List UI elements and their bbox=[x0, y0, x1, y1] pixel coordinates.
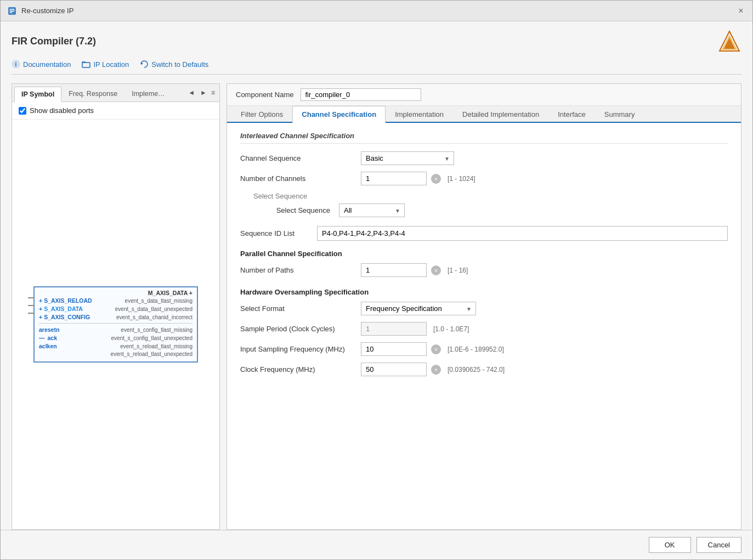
app-title: FIR Compiler (7.2) bbox=[12, 36, 96, 47]
port-event-aclken: event_s_reload_tlast_missing bbox=[120, 343, 193, 349]
channel-sequence-label: Channel Sequence bbox=[240, 154, 361, 162]
input-sampling-freq-row: Input Sampling Frequency (MHz) × [1.0E-6… bbox=[240, 342, 728, 356]
side-handles bbox=[28, 297, 35, 314]
clock-freq-input[interactable] bbox=[361, 363, 427, 376]
tab-detailed-implementation[interactable]: Detailed Implementation bbox=[453, 106, 548, 123]
num-paths-row: Number of Paths × [1 - 16] bbox=[240, 263, 728, 277]
m-axis-data-label: M_AXIS_DATA + bbox=[148, 290, 193, 296]
port-event-data: event_s_data_tlast_unexpected bbox=[115, 306, 193, 312]
port-row-ack: — ack event_s_config_tlast_unexpected bbox=[39, 335, 193, 341]
refresh-icon bbox=[140, 60, 149, 69]
sequence-id-input[interactable] bbox=[317, 226, 728, 241]
sample-period-input bbox=[361, 322, 427, 336]
input-sampling-freq-clear-button[interactable]: × bbox=[431, 344, 441, 354]
num-channels-label: Number of Channels bbox=[240, 174, 361, 183]
select-sequence-row: Select Sequence All Custom bbox=[253, 203, 728, 217]
ip-symbol-area: M_AXIS_DATA + + S_AXIS_RELOAD event_s_da bbox=[12, 120, 219, 529]
component-name-label: Component Name bbox=[236, 90, 294, 99]
cancel-button[interactable]: Cancel bbox=[697, 537, 741, 553]
tab-implementation[interactable]: Implementation bbox=[386, 106, 453, 123]
channel-sequence-select[interactable]: Basic Advanced bbox=[361, 151, 454, 165]
titlebar-left: IP Re-customize IP bbox=[7, 6, 73, 16]
close-button[interactable]: × bbox=[736, 6, 746, 16]
tab-interface[interactable]: Interface bbox=[548, 106, 595, 123]
tab-channel-specification[interactable]: Channel Specification bbox=[292, 106, 386, 123]
port-plus-data: + bbox=[39, 306, 42, 312]
tab-more-button[interactable]: ≡ bbox=[209, 88, 217, 98]
select-format-control: Frequency Specification Sample Period bbox=[361, 302, 476, 315]
toolbar: i Documentation IP Location Switch to De… bbox=[12, 60, 741, 75]
documentation-button[interactable]: i Documentation bbox=[12, 60, 71, 69]
tab-summary[interactable]: Summary bbox=[595, 106, 644, 123]
info-icon: i bbox=[12, 60, 20, 69]
switch-defaults-label: Switch to Defaults bbox=[151, 60, 208, 69]
tab-filter-options[interactable]: Filter Options bbox=[231, 106, 292, 123]
tab-freq-response[interactable]: Freq. Response bbox=[61, 86, 124, 101]
main-content: FIR Compiler (7.2) i Documentation bbox=[1, 21, 752, 530]
port-name-ack: ack bbox=[48, 335, 58, 341]
port-row-empty: event_s_reload_tlast_unexpected bbox=[39, 351, 193, 357]
select-format-select[interactable]: Frequency Specification Sample Period bbox=[361, 302, 476, 315]
sequence-id-label: Sequence ID List bbox=[240, 229, 317, 237]
component-name-input[interactable] bbox=[301, 88, 421, 101]
port-row-s-axis-reload: + S_AXIS_RELOAD event_s_data_tlast_missi… bbox=[39, 297, 193, 304]
sample-period-control: [1.0 - 1.0E7] bbox=[361, 322, 469, 336]
left-panel: IP Symbol Freq. Response Impleme… ◄ ► ≡ bbox=[12, 83, 220, 530]
port-row-aclken: aclken event_s_reload_tlast_missing bbox=[39, 343, 193, 349]
port-event-reload: event_s_data_tlast_missing bbox=[125, 298, 193, 304]
port-event-aresetn: event_s_config_tlast_missing bbox=[121, 327, 193, 333]
footer: OK Cancel bbox=[1, 530, 752, 559]
tab-impleme[interactable]: Impleme… bbox=[124, 86, 172, 101]
input-sampling-freq-label: Input Sampling Frequency (MHz) bbox=[240, 345, 361, 353]
clock-freq-control: × [0.0390625 - 742.0] bbox=[361, 363, 505, 376]
ip-divider-1 bbox=[39, 323, 193, 324]
hw-oversampling-group: Hardware Oversampling Specification Sele… bbox=[240, 288, 728, 376]
clock-freq-clear-button[interactable]: × bbox=[431, 365, 441, 375]
num-channels-clear-button[interactable]: × bbox=[431, 174, 441, 184]
port-event-ack: event_s_config_tlast_unexpected bbox=[111, 335, 193, 341]
workspace: IP Symbol Freq. Response Impleme… ◄ ► ≡ bbox=[12, 83, 741, 530]
show-disabled-ports-checkbox[interactable] bbox=[19, 107, 26, 115]
channel-sequence-row: Channel Sequence Basic Advanced bbox=[240, 151, 728, 165]
ip-symbol-content: + S_AXIS_RELOAD event_s_data_tlast_missi… bbox=[39, 297, 193, 357]
num-channels-range: [1 - 1024] bbox=[448, 175, 475, 183]
port-row-s-axis-config: + S_AXIS_CONFIG event_s_data_chanid_inco… bbox=[39, 314, 193, 320]
input-sampling-freq-control: × [1.0E-6 - 189952.0] bbox=[361, 342, 504, 356]
switch-defaults-button[interactable]: Switch to Defaults bbox=[140, 60, 208, 69]
sequence-id-row: Sequence ID List bbox=[240, 226, 728, 241]
titlebar: IP Re-customize IP × bbox=[1, 1, 752, 21]
ok-button[interactable]: OK bbox=[649, 537, 691, 553]
port-plus-reload: + bbox=[39, 297, 42, 304]
parallel-channel-group: Parallel Channel Specification Number of… bbox=[240, 250, 728, 277]
channel-sequence-control: Basic Advanced bbox=[361, 151, 454, 165]
tab-ip-symbol[interactable]: IP Symbol bbox=[14, 87, 61, 102]
num-channels-input[interactable] bbox=[361, 172, 427, 185]
scrollable-inner: Interleaved Channel Specification Channe… bbox=[227, 123, 741, 396]
port-event-config: event_s_data_chanid_incorrect bbox=[116, 314, 193, 320]
documentation-label: Documentation bbox=[23, 60, 71, 69]
svg-text:i: i bbox=[15, 61, 17, 67]
port-event-reload-unexp: event_s_reload_tlast_unexpected bbox=[110, 351, 193, 357]
tab-nav-buttons: ◄ ► bbox=[186, 88, 209, 98]
select-sequence-select-wrapper: All Custom bbox=[339, 203, 405, 217]
num-paths-clear-button[interactable]: × bbox=[431, 265, 441, 275]
right-content[interactable]: Interleaved Channel Specification Channe… bbox=[227, 123, 741, 529]
main-window: IP Re-customize IP × FIR Compiler (7.2) … bbox=[0, 0, 753, 560]
app-header: FIR Compiler (7.2) bbox=[12, 30, 741, 52]
num-paths-input[interactable] bbox=[361, 263, 427, 277]
ip-location-button[interactable]: IP Location bbox=[82, 60, 129, 69]
window-title: Re-customize IP bbox=[21, 7, 73, 15]
right-tabs: Filter Options Channel Specification Imp… bbox=[227, 106, 741, 123]
num-channels-control: × [1 - 1024] bbox=[361, 172, 475, 185]
port-row-aresetn: aresetn event_s_config_tlast_missing bbox=[39, 326, 193, 333]
input-sampling-freq-input[interactable] bbox=[361, 342, 427, 356]
port-name-aclken: aclken bbox=[39, 343, 57, 349]
select-sequence-select[interactable]: All Custom bbox=[339, 203, 405, 217]
num-channels-row: Number of Channels × [1 - 1024] bbox=[240, 172, 728, 185]
left-panel-tabs: IP Symbol Freq. Response Impleme… ◄ ► ≡ bbox=[12, 84, 219, 102]
tab-next-button[interactable]: ► bbox=[198, 88, 209, 98]
sample-period-row: Sample Period (Clock Cycles) [1.0 - 1.0E… bbox=[240, 322, 728, 336]
svg-rect-7 bbox=[82, 63, 90, 67]
tab-prev-button[interactable]: ◄ bbox=[186, 88, 197, 98]
port-name-reload: S_AXIS_RELOAD bbox=[44, 297, 92, 304]
